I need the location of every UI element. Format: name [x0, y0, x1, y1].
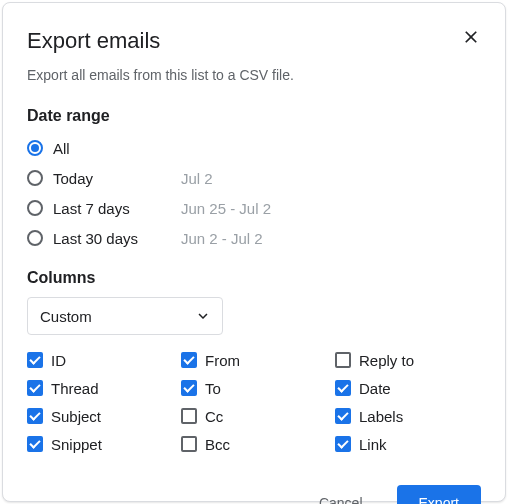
radio-input[interactable]: [27, 170, 43, 186]
check-date[interactable]: Date: [335, 377, 481, 399]
radio-option-today[interactable]: Today Jul 2: [27, 165, 481, 191]
check-column: Reply to Date Labels Link: [335, 349, 481, 455]
check-link[interactable]: Link: [335, 433, 481, 455]
checkbox-input[interactable]: [27, 352, 43, 368]
checkbox-input[interactable]: [335, 352, 351, 368]
columns-checkboxes: ID Thread Subject Snippet From: [27, 349, 481, 455]
radio-label: Today: [53, 170, 181, 187]
check-cc[interactable]: Cc: [181, 405, 327, 427]
dialog-footer: Cancel Export: [27, 455, 481, 504]
check-label: From: [205, 352, 240, 369]
check-column: ID Thread Subject Snippet: [27, 349, 173, 455]
chevron-down-icon: [194, 307, 212, 325]
checkbox-input[interactable]: [335, 380, 351, 396]
check-label: Date: [359, 380, 391, 397]
radio-option-7days[interactable]: Last 7 days Jun 25 - Jul 2: [27, 195, 481, 221]
radio-input[interactable]: [27, 200, 43, 216]
checkbox-input[interactable]: [181, 380, 197, 396]
check-from[interactable]: From: [181, 349, 327, 371]
check-thread[interactable]: Thread: [27, 377, 173, 399]
columns-preset-select[interactable]: Custom: [27, 297, 223, 335]
close-icon: [461, 27, 481, 47]
check-label: ID: [51, 352, 66, 369]
check-subject[interactable]: Subject: [27, 405, 173, 427]
radio-input[interactable]: [27, 140, 43, 156]
checkbox-input[interactable]: [27, 380, 43, 396]
check-column: From To Cc Bcc: [181, 349, 327, 455]
cancel-button[interactable]: Cancel: [297, 485, 385, 504]
date-range-section: Date range All Today Jul 2 Last 7 days J…: [27, 107, 481, 251]
check-replyto[interactable]: Reply to: [335, 349, 481, 371]
dialog-title: Export emails: [27, 27, 160, 55]
radio-hint: Jun 2 - Jul 2: [181, 230, 263, 247]
check-labels[interactable]: Labels: [335, 405, 481, 427]
check-label: To: [205, 380, 221, 397]
columns-section: Columns Custom ID Thread Subject: [27, 251, 481, 455]
check-label: Thread: [51, 380, 99, 397]
radio-label: Last 30 days: [53, 230, 181, 247]
check-label: Link: [359, 436, 387, 453]
export-button[interactable]: Export: [397, 485, 481, 504]
dialog-subtitle: Export all emails from this list to a CS…: [27, 65, 481, 85]
select-value: Custom: [40, 308, 92, 325]
checkbox-input[interactable]: [27, 436, 43, 452]
radio-hint: Jun 25 - Jul 2: [181, 200, 271, 217]
check-label: Subject: [51, 408, 101, 425]
check-label: Reply to: [359, 352, 414, 369]
checkbox-input[interactable]: [335, 408, 351, 424]
checkbox-input[interactable]: [181, 408, 197, 424]
radio-option-30days[interactable]: Last 30 days Jun 2 - Jul 2: [27, 225, 481, 251]
check-snippet[interactable]: Snippet: [27, 433, 173, 455]
date-range-options: All Today Jul 2 Last 7 days Jun 25 - Jul…: [27, 135, 481, 251]
check-id[interactable]: ID: [27, 349, 173, 371]
checkbox-input[interactable]: [335, 436, 351, 452]
check-label: Labels: [359, 408, 403, 425]
radio-label: All: [53, 140, 181, 157]
radio-label: Last 7 days: [53, 200, 181, 217]
check-label: Snippet: [51, 436, 102, 453]
checkbox-input[interactable]: [181, 352, 197, 368]
checkbox-input[interactable]: [181, 436, 197, 452]
check-label: Cc: [205, 408, 223, 425]
close-button[interactable]: [461, 27, 481, 47]
check-label: Bcc: [205, 436, 230, 453]
radio-hint: Jul 2: [181, 170, 213, 187]
radio-input[interactable]: [27, 230, 43, 246]
columns-heading: Columns: [27, 269, 481, 287]
radio-option-all[interactable]: All: [27, 135, 481, 161]
check-bcc[interactable]: Bcc: [181, 433, 327, 455]
dialog-header: Export emails: [27, 27, 481, 55]
check-to[interactable]: To: [181, 377, 327, 399]
checkbox-input[interactable]: [27, 408, 43, 424]
export-dialog: Export emails Export all emails from thi…: [2, 2, 506, 502]
date-range-heading: Date range: [27, 107, 481, 125]
